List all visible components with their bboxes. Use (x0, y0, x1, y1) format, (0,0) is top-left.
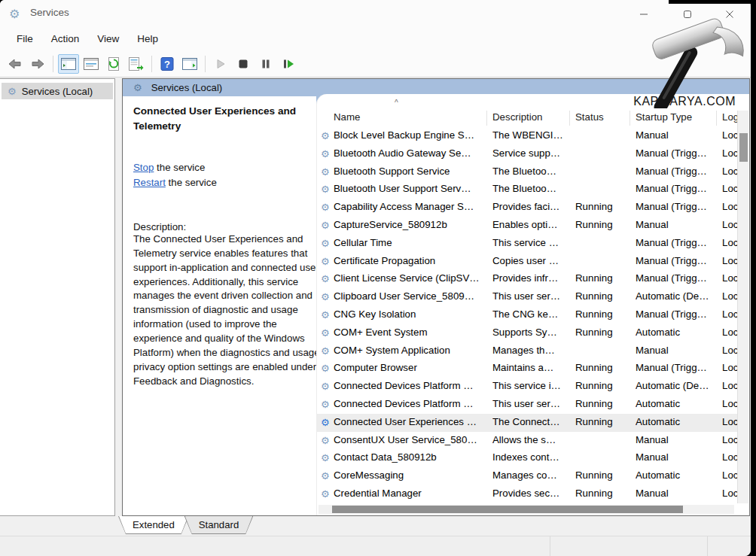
column-header-description[interactable]: Description (492, 111, 543, 123)
column-header-status[interactable]: Status (575, 111, 604, 123)
forward-button[interactable] (27, 54, 48, 74)
service-row[interactable]: ⚙ Connected Devices Platform … This user… (317, 396, 737, 414)
selected-service-title: Connected User Experiences and Telemetry (133, 104, 322, 133)
service-name: Bluetooth Support Service (334, 166, 486, 177)
service-gear-icon: ⚙ (321, 417, 330, 428)
pause-service-button[interactable] (255, 54, 276, 74)
restart-service-suffix: the service (166, 177, 217, 188)
service-description: The Bluetoo… (492, 183, 568, 194)
export-list-button[interactable] (126, 54, 147, 74)
desktop-background-strip (669, 0, 756, 4)
menu-action[interactable]: Action (42, 30, 89, 47)
service-description: Manages th… (492, 345, 568, 356)
start-service-button[interactable] (210, 54, 231, 74)
service-name: Computer Browser (334, 362, 486, 373)
service-description: Maintains a… (492, 362, 568, 373)
description-label: Description: (133, 221, 313, 232)
service-row[interactable]: ⚙ Computer Browser Maintains a… Running … (317, 360, 737, 378)
restart-service-link[interactable]: Restart (133, 177, 166, 188)
column-header-log-on-as[interactable]: Log (722, 111, 739, 123)
service-gear-icon: ⚙ (321, 309, 330, 321)
minimize-button[interactable] (627, 5, 660, 24)
service-row[interactable]: ⚙ Contact Data_580912b Indexes cont… Man… (317, 449, 737, 467)
menu-file[interactable]: File (8, 30, 42, 47)
tree-item-services-local[interactable]: ⚙ Services (Local) (2, 83, 113, 99)
help-icon: ? (160, 57, 174, 71)
service-row[interactable]: ⚙ Connected User Experiences … The Conne… (317, 414, 737, 432)
maximize-button[interactable] (671, 5, 704, 24)
vertical-scrollbar[interactable] (737, 111, 748, 503)
column-headers: Name Description Status Startup Type Log (317, 110, 749, 126)
service-name: COM+ System Application (334, 345, 486, 356)
service-row[interactable]: ⚙ Certificate Propagation Copies user … … (317, 253, 737, 271)
service-log-on-as: Loc (722, 362, 737, 373)
service-name: Bluetooth User Support Serv… (334, 183, 486, 194)
show-action-pane-button[interactable] (179, 54, 200, 74)
service-description: This service … (492, 237, 568, 248)
service-row[interactable]: ⚙ Bluetooth Support Service The Bluetoo…… (317, 163, 737, 181)
service-row[interactable]: ⚙ Clipboard User Service_5809… This user… (317, 288, 737, 306)
service-description: Manages co… (492, 469, 568, 481)
service-name: COM+ Event System (334, 327, 486, 338)
service-name: Cellular Time (334, 237, 486, 248)
vertical-scrollbar-thumb[interactable] (739, 133, 748, 162)
service-row[interactable]: ⚙ CaptureService_580912b Enables opti… R… (317, 217, 737, 235)
service-startup-type: Manual (Trigg… (636, 166, 715, 177)
service-row[interactable]: ⚙ Block Level Backup Engine S… The WBENG… (317, 127, 737, 145)
service-row[interactable]: ⚙ Credential Manager Provides sec… Runni… (317, 485, 737, 503)
service-row[interactable]: ⚙ COM+ Event System Supports Sy… Running… (317, 324, 737, 342)
stop-service-button[interactable] (233, 54, 254, 74)
service-row[interactable]: ⚙ Cellular Time This service … Manual (T… (317, 235, 737, 253)
service-row[interactable]: ⚙ COM+ System Application Manages th… Ma… (317, 342, 737, 360)
tab-standard[interactable]: Standard (184, 516, 254, 534)
show-console-tree-button[interactable] (58, 54, 79, 74)
horizontal-scrollbar-thumb[interactable] (332, 506, 683, 513)
service-gear-icon: ⚙ (321, 399, 330, 410)
service-description: The Connect… (492, 416, 568, 427)
restart-service-button[interactable] (278, 54, 299, 74)
service-name: CaptureService_580912b (334, 219, 486, 230)
status-bar-divider (707, 536, 708, 556)
properties-icon (84, 58, 99, 70)
service-status: Running (575, 362, 629, 373)
svg-text:?: ? (164, 58, 170, 69)
service-status: Running (575, 327, 629, 338)
service-row[interactable]: ⚙ CoreMessaging Manages co… Running Auto… (317, 467, 737, 485)
service-gear-icon: ⚙ (321, 166, 330, 178)
service-row[interactable]: ⚙ Capability Access Manager S… Provides … (317, 199, 737, 217)
menu-view[interactable]: View (88, 30, 128, 47)
service-status: Running (575, 219, 629, 230)
tab-extended[interactable]: Extended (118, 516, 189, 534)
menu-help[interactable]: Help (128, 30, 167, 47)
service-row[interactable]: ⚙ Bluetooth User Support Serv… The Bluet… (317, 181, 737, 199)
back-button[interactable] (5, 54, 26, 74)
back-arrow-icon (8, 59, 22, 69)
status-bar (0, 536, 751, 556)
services-gear-icon: ⚙ (8, 86, 17, 97)
service-row[interactable]: ⚙ Bluetooth Audio Gateway Se… Service su… (317, 145, 737, 163)
refresh-button[interactable] (103, 54, 124, 74)
horizontal-scrollbar[interactable] (319, 505, 734, 514)
column-header-startup-type[interactable]: Startup Type (636, 111, 692, 123)
service-log-on-as: Loc (722, 219, 737, 230)
tab-extended-label: Extended (119, 516, 188, 533)
service-name: Certificate Propagation (334, 255, 486, 266)
service-log-on-as: Loc (722, 434, 737, 445)
service-row[interactable]: ⚙ ConsentUX User Service_580… Allows the… (317, 432, 737, 450)
service-gear-icon: ⚙ (321, 345, 330, 357)
help-button[interactable]: ? (157, 54, 178, 74)
properties-button[interactable] (81, 54, 102, 74)
service-list-body: ⚙ Block Level Backup Engine S… The WBENG… (317, 127, 737, 503)
stop-service-link[interactable]: Stop (133, 162, 154, 173)
column-header-name[interactable]: Name (334, 111, 360, 123)
service-startup-type: Automatic (De… (636, 290, 715, 302)
service-row[interactable]: ⚙ Connected Devices Platform … This serv… (317, 378, 737, 396)
service-gear-icon: ⚙ (321, 291, 330, 302)
service-description: Provides sec… (492, 488, 568, 499)
service-row[interactable]: ⚙ Client License Service (ClipSV… Provid… (317, 270, 737, 288)
title-bar: ⚙ Services (0, 0, 751, 27)
service-startup-type: Manual (Trigg… (636, 362, 715, 373)
close-button[interactable] (713, 5, 746, 24)
service-row[interactable]: ⚙ CNG Key Isolation The CNG ke… Running … (317, 306, 737, 324)
service-log-on-as: Loc (722, 290, 737, 302)
